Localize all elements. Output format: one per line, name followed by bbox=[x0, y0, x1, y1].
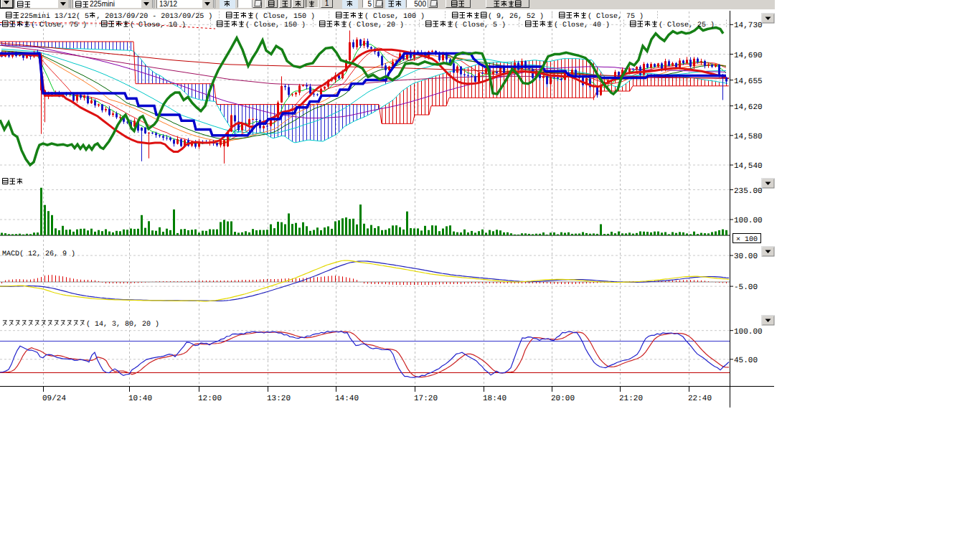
svg-text:12:00: 12:00 bbox=[198, 395, 222, 403]
svg-text:× 100: × 100 bbox=[736, 236, 758, 244]
svg-text:( 9, 26, 52 ): ( 9, 26, 52 ) bbox=[488, 12, 544, 21]
svg-text:100.00: 100.00 bbox=[734, 328, 763, 336]
svg-text:14,730: 14,730 bbox=[734, 22, 763, 30]
svg-text:( 14, 3, 80, 20 ): ( 14, 3, 80, 20 ) bbox=[86, 320, 159, 329]
svg-text:( Close, 75 ): ( Close, 75 ) bbox=[588, 12, 644, 21]
svg-text:( Close, 5 ): ( Close, 5 ) bbox=[454, 21, 506, 29]
svg-text:13:20: 13:20 bbox=[267, 395, 291, 403]
svg-text:21:20: 21:20 bbox=[619, 395, 643, 403]
svg-text:14,540: 14,540 bbox=[734, 162, 763, 171]
svg-text:14,580: 14,580 bbox=[734, 133, 763, 141]
svg-text:( Close, 150 ): ( Close, 150 ) bbox=[255, 12, 315, 21]
svg-text:225mini 13/12( 5: 225mini 13/12( 5 bbox=[20, 12, 89, 21]
svg-text:20:00: 20:00 bbox=[551, 395, 575, 403]
svg-text:( Close, 10 ): ( Close, 10 ) bbox=[130, 21, 186, 29]
svg-text:-5.00: -5.00 bbox=[734, 283, 758, 292]
svg-text:10:40: 10:40 bbox=[128, 395, 152, 403]
svg-text:14,655: 14,655 bbox=[734, 77, 763, 86]
svg-text:17:20: 17:20 bbox=[414, 395, 438, 403]
svg-text:14,690: 14,690 bbox=[734, 52, 763, 60]
svg-text:( Close, 40 ): ( Close, 40 ) bbox=[554, 21, 610, 29]
svg-text:235.00: 235.00 bbox=[734, 187, 763, 196]
svg-text:, 2013/09/20 - 2013/09/25 ): , 2013/09/20 - 2013/09/25 ) bbox=[96, 12, 212, 21]
svg-text:( Close, 25 ): ( Close, 25 ) bbox=[659, 21, 715, 29]
svg-text:( Close, 20 ): ( Close, 20 ) bbox=[348, 21, 404, 29]
svg-text:( Close, 75 ): ( Close, 75 ) bbox=[31, 21, 87, 29]
svg-text:45.00: 45.00 bbox=[734, 357, 758, 365]
svg-text:18:40: 18:40 bbox=[483, 395, 507, 403]
svg-text:14:40: 14:40 bbox=[335, 395, 359, 403]
svg-text:100.00: 100.00 bbox=[734, 217, 763, 225]
svg-text:09/24: 09/24 bbox=[42, 395, 66, 403]
svg-text:30.00: 30.00 bbox=[734, 253, 758, 261]
svg-text:22:40: 22:40 bbox=[688, 395, 712, 403]
svg-text:( Close, 150 ): ( Close, 150 ) bbox=[245, 21, 306, 29]
svg-text:( Close, 100 ): ( Close, 100 ) bbox=[364, 12, 425, 21]
svg-text:14,620: 14,620 bbox=[734, 103, 763, 112]
svg-text:MACD( 12, 26, 9 ): MACD( 12, 26, 9 ) bbox=[2, 250, 75, 258]
